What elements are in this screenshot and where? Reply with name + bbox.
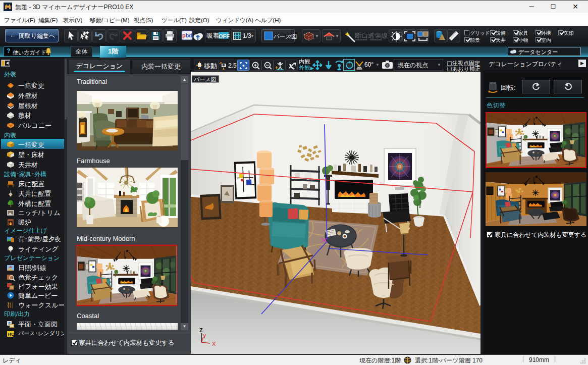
svg-text:パース図: パース図 (194, 76, 217, 82)
svg-text:Y: Y (203, 334, 206, 339)
svg-text:Z: Z (199, 327, 203, 333)
svg-text:X: X (212, 341, 216, 347)
svg-text:HQ: HQ (8, 332, 15, 337)
svg-text:d: d (189, 32, 192, 38)
